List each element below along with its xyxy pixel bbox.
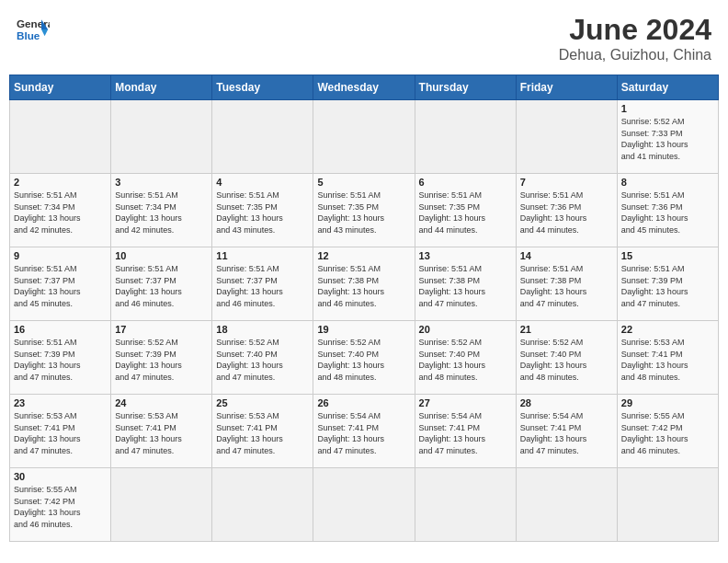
calendar-cell: 1Sunrise: 5:52 AM Sunset: 7:33 PM Daylig… bbox=[617, 100, 718, 174]
day-info: Sunrise: 5:52 AM Sunset: 7:33 PM Dayligh… bbox=[621, 116, 714, 162]
calendar-cell: 4Sunrise: 5:51 AM Sunset: 7:35 PM Daylig… bbox=[212, 174, 313, 247]
svg-text:Blue: Blue bbox=[17, 29, 40, 41]
day-number: 24 bbox=[115, 397, 208, 408]
day-info: Sunrise: 5:55 AM Sunset: 7:42 PM Dayligh… bbox=[14, 484, 107, 530]
calendar-cell: 9Sunrise: 5:51 AM Sunset: 7:37 PM Daylig… bbox=[10, 247, 111, 321]
day-info: Sunrise: 5:51 AM Sunset: 7:39 PM Dayligh… bbox=[621, 263, 714, 309]
calendar-cell: 11Sunrise: 5:51 AM Sunset: 7:37 PM Dayli… bbox=[212, 247, 313, 321]
logo-icon: General Blue bbox=[17, 13, 50, 46]
day-number: 25 bbox=[216, 397, 309, 408]
calendar-cell: 19Sunrise: 5:52 AM Sunset: 7:40 PM Dayli… bbox=[313, 321, 415, 395]
day-number: 4 bbox=[216, 177, 309, 188]
day-info: Sunrise: 5:52 AM Sunset: 7:40 PM Dayligh… bbox=[520, 337, 613, 383]
day-number: 1 bbox=[621, 103, 714, 114]
day-number: 17 bbox=[115, 324, 208, 335]
day-info: Sunrise: 5:51 AM Sunset: 7:38 PM Dayligh… bbox=[520, 263, 613, 309]
calendar-cell: 13Sunrise: 5:51 AM Sunset: 7:38 PM Dayli… bbox=[415, 247, 516, 321]
weekday-header-row: SundayMondayTuesdayWednesdayThursdayFrid… bbox=[10, 75, 719, 100]
weekday-saturday: Saturday bbox=[617, 75, 718, 100]
day-info: Sunrise: 5:51 AM Sunset: 7:37 PM Dayligh… bbox=[216, 263, 309, 309]
day-number: 18 bbox=[216, 324, 309, 335]
day-number: 19 bbox=[317, 324, 410, 335]
weekday-thursday: Thursday bbox=[415, 75, 516, 100]
calendar-cell bbox=[516, 100, 617, 174]
location: Dehua, Guizhou, China bbox=[559, 47, 711, 63]
calendar-cell: 22Sunrise: 5:53 AM Sunset: 7:41 PM Dayli… bbox=[617, 321, 718, 395]
calendar-cell: 25Sunrise: 5:53 AM Sunset: 7:41 PM Dayli… bbox=[212, 395, 313, 468]
day-number: 5 bbox=[317, 177, 410, 188]
calendar-cell: 8Sunrise: 5:51 AM Sunset: 7:36 PM Daylig… bbox=[617, 174, 718, 247]
calendar-cell: 24Sunrise: 5:53 AM Sunset: 7:41 PM Dayli… bbox=[111, 395, 212, 468]
day-number: 30 bbox=[14, 471, 107, 482]
calendar-cell: 12Sunrise: 5:51 AM Sunset: 7:38 PM Dayli… bbox=[313, 247, 415, 321]
day-number: 12 bbox=[317, 250, 410, 261]
day-number: 9 bbox=[14, 250, 107, 261]
day-info: Sunrise: 5:51 AM Sunset: 7:35 PM Dayligh… bbox=[216, 190, 309, 236]
day-number: 15 bbox=[621, 250, 714, 261]
calendar-body: 1Sunrise: 5:52 AM Sunset: 7:33 PM Daylig… bbox=[10, 100, 719, 542]
day-number: 3 bbox=[115, 177, 208, 188]
day-number: 6 bbox=[419, 177, 512, 188]
day-number: 20 bbox=[419, 324, 512, 335]
title-block: June 2024 Dehua, Guizhou, China bbox=[559, 13, 711, 63]
calendar-week-4: 23Sunrise: 5:53 AM Sunset: 7:41 PM Dayli… bbox=[10, 395, 719, 468]
day-info: Sunrise: 5:51 AM Sunset: 7:34 PM Dayligh… bbox=[14, 190, 107, 236]
day-info: Sunrise: 5:53 AM Sunset: 7:41 PM Dayligh… bbox=[14, 410, 107, 456]
calendar-cell: 14Sunrise: 5:51 AM Sunset: 7:38 PM Dayli… bbox=[516, 247, 617, 321]
weekday-tuesday: Tuesday bbox=[212, 75, 313, 100]
svg-marker-3 bbox=[41, 29, 48, 36]
calendar-cell: 5Sunrise: 5:51 AM Sunset: 7:35 PM Daylig… bbox=[313, 174, 415, 247]
calendar-cell bbox=[212, 468, 313, 542]
day-number: 7 bbox=[520, 177, 613, 188]
weekday-sunday: Sunday bbox=[10, 75, 111, 100]
day-info: Sunrise: 5:51 AM Sunset: 7:34 PM Dayligh… bbox=[115, 190, 208, 236]
calendar-cell: 23Sunrise: 5:53 AM Sunset: 7:41 PM Dayli… bbox=[10, 395, 111, 468]
calendar-cell: 16Sunrise: 5:51 AM Sunset: 7:39 PM Dayli… bbox=[10, 321, 111, 395]
calendar-cell bbox=[111, 100, 212, 174]
day-number: 14 bbox=[520, 250, 613, 261]
day-info: Sunrise: 5:52 AM Sunset: 7:40 PM Dayligh… bbox=[419, 337, 512, 383]
day-number: 16 bbox=[14, 324, 107, 335]
day-number: 23 bbox=[14, 397, 107, 408]
day-info: Sunrise: 5:51 AM Sunset: 7:37 PM Dayligh… bbox=[115, 263, 208, 309]
page-header: General Blue June 2024 Dehua, Guizhou, C… bbox=[9, 9, 719, 67]
day-info: Sunrise: 5:53 AM Sunset: 7:41 PM Dayligh… bbox=[621, 337, 714, 383]
day-number: 10 bbox=[115, 250, 208, 261]
calendar-cell: 29Sunrise: 5:55 AM Sunset: 7:42 PM Dayli… bbox=[617, 395, 718, 468]
weekday-friday: Friday bbox=[516, 75, 617, 100]
calendar-cell: 28Sunrise: 5:54 AM Sunset: 7:41 PM Dayli… bbox=[516, 395, 617, 468]
calendar-cell: 7Sunrise: 5:51 AM Sunset: 7:36 PM Daylig… bbox=[516, 174, 617, 247]
weekday-monday: Monday bbox=[111, 75, 212, 100]
calendar-week-0: 1Sunrise: 5:52 AM Sunset: 7:33 PM Daylig… bbox=[10, 100, 719, 174]
calendar-cell bbox=[617, 468, 718, 542]
day-info: Sunrise: 5:54 AM Sunset: 7:41 PM Dayligh… bbox=[317, 410, 410, 456]
day-info: Sunrise: 5:52 AM Sunset: 7:40 PM Dayligh… bbox=[317, 337, 410, 383]
calendar-cell bbox=[212, 100, 313, 174]
calendar-cell: 30Sunrise: 5:55 AM Sunset: 7:42 PM Dayli… bbox=[10, 468, 111, 542]
day-info: Sunrise: 5:53 AM Sunset: 7:41 PM Dayligh… bbox=[115, 410, 208, 456]
calendar-week-1: 2Sunrise: 5:51 AM Sunset: 7:34 PM Daylig… bbox=[10, 174, 719, 247]
calendar-week-2: 9Sunrise: 5:51 AM Sunset: 7:37 PM Daylig… bbox=[10, 247, 719, 321]
calendar-table: SundayMondayTuesdayWednesdayThursdayFrid… bbox=[9, 75, 719, 542]
day-info: Sunrise: 5:51 AM Sunset: 7:36 PM Dayligh… bbox=[621, 190, 714, 236]
calendar-cell: 2Sunrise: 5:51 AM Sunset: 7:34 PM Daylig… bbox=[10, 174, 111, 247]
day-info: Sunrise: 5:54 AM Sunset: 7:41 PM Dayligh… bbox=[520, 410, 613, 456]
day-info: Sunrise: 5:51 AM Sunset: 7:39 PM Dayligh… bbox=[14, 337, 107, 383]
calendar-cell: 10Sunrise: 5:51 AM Sunset: 7:37 PM Dayli… bbox=[111, 247, 212, 321]
calendar-cell: 26Sunrise: 5:54 AM Sunset: 7:41 PM Dayli… bbox=[313, 395, 415, 468]
calendar-cell bbox=[313, 468, 415, 542]
day-number: 29 bbox=[621, 397, 714, 408]
day-info: Sunrise: 5:52 AM Sunset: 7:40 PM Dayligh… bbox=[216, 337, 309, 383]
calendar-cell bbox=[516, 468, 617, 542]
calendar-cell: 18Sunrise: 5:52 AM Sunset: 7:40 PM Dayli… bbox=[212, 321, 313, 395]
calendar-cell bbox=[313, 100, 415, 174]
weekday-wednesday: Wednesday bbox=[313, 75, 415, 100]
day-number: 11 bbox=[216, 250, 309, 261]
day-info: Sunrise: 5:53 AM Sunset: 7:41 PM Dayligh… bbox=[216, 410, 309, 456]
calendar-week-3: 16Sunrise: 5:51 AM Sunset: 7:39 PM Dayli… bbox=[10, 321, 719, 395]
calendar-cell bbox=[415, 468, 516, 542]
day-info: Sunrise: 5:51 AM Sunset: 7:38 PM Dayligh… bbox=[317, 263, 410, 309]
day-number: 22 bbox=[621, 324, 714, 335]
day-info: Sunrise: 5:54 AM Sunset: 7:41 PM Dayligh… bbox=[419, 410, 512, 456]
calendar-cell: 15Sunrise: 5:51 AM Sunset: 7:39 PM Dayli… bbox=[617, 247, 718, 321]
